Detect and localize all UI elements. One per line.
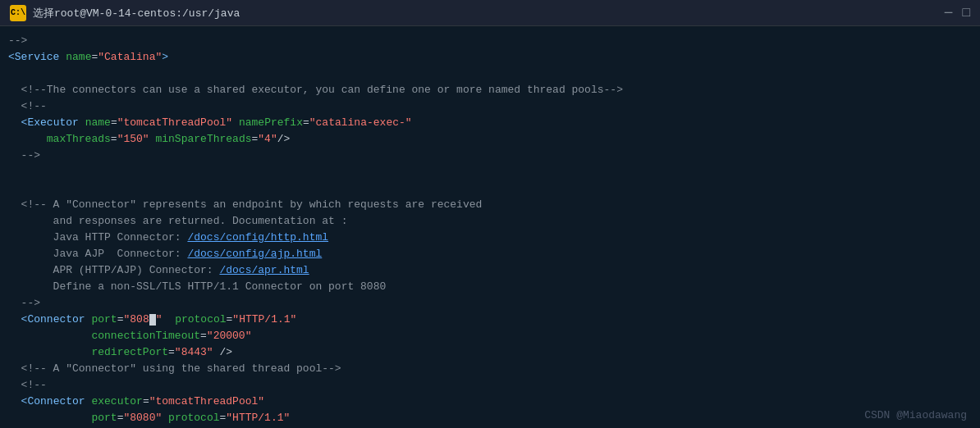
code-line: <Connector port="808" protocol="HTTP/1.1… xyxy=(3,312,980,328)
code-line: <Service name="Catalina"> xyxy=(3,49,980,66)
title-bar: C:\ 选择root@VM-0-14-centos:/usr/java ─ □ xyxy=(0,0,980,26)
code-line xyxy=(3,180,980,197)
minimize-button[interactable]: ─ xyxy=(945,6,953,20)
code-line: Java AJP Connector: /docs/config/ajp.htm… xyxy=(3,246,980,262)
code-line: Define a non-SSL/TLS HTTP/1.1 Connector … xyxy=(3,279,980,295)
code-line: Java HTTP Connector: /docs/config/http.h… xyxy=(3,230,980,246)
terminal-icon: C:\ xyxy=(10,5,26,21)
code-line: and responses are returned. Documentatio… xyxy=(3,213,980,230)
code-line: <Executor name="tomcatThreadPool" namePr… xyxy=(3,115,980,131)
maximize-button[interactable]: □ xyxy=(962,6,970,20)
code-line: port="8080" protocol="HTTP/1.1" xyxy=(3,410,980,426)
code-line xyxy=(3,66,980,82)
code-line: connectionTimeout="20000" xyxy=(3,328,980,344)
code-line: <!-- A "Connector" represents an endpoin… xyxy=(3,197,980,213)
title-bar-text: 选择root@VM-0-14-centos:/usr/java xyxy=(33,6,240,20)
code-line: redirectPort="8443" /> xyxy=(3,344,980,361)
code-line: --> xyxy=(3,148,980,164)
code-line xyxy=(3,164,980,180)
title-bar-controls: ─ □ xyxy=(945,6,970,20)
code-line: <!-- A "Connector" using the shared thre… xyxy=(3,361,980,377)
code-line: <Connector executor="tomcatThreadPool" xyxy=(3,394,980,410)
watermark: CSDN @Miaodawang xyxy=(864,409,967,421)
code-line: <!-- xyxy=(3,377,980,394)
code-line: --> xyxy=(3,295,980,312)
code-line: --> xyxy=(3,33,980,49)
terminal[interactable]: --><Service name="Catalina"> <!--The con… xyxy=(0,26,980,428)
code-line: <!--The connectors can use a shared exec… xyxy=(3,82,980,98)
code-line: <!-- xyxy=(3,98,980,115)
code-line: APR (HTTP/AJP) Connector: /docs/apr.html xyxy=(3,262,980,279)
code-line: maxThreads="150" minSpareThreads="4"/> xyxy=(3,131,980,148)
